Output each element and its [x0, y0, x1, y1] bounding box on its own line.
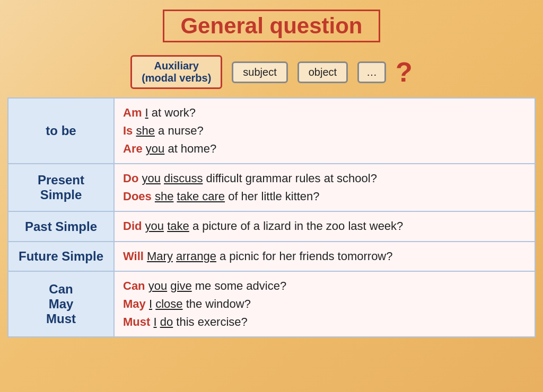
content-cell-to-be: Am I at work? Is she a nurse? Are you at… — [114, 98, 535, 164]
label-cell-to-be: to be — [8, 98, 114, 164]
formula-row: Auxiliary(modal verbs) subject object … … — [0, 48, 543, 94]
auxiliary-box: Auxiliary(modal verbs) — [130, 55, 222, 89]
label-cell-modal: CanMayMust — [8, 271, 114, 337]
dots-box: … — [357, 61, 386, 83]
object-box: object — [297, 61, 348, 83]
table-row: CanMayMust Can you give me some advice? … — [8, 271, 535, 337]
content-cell-past-simple: Did you take a picture of a lizard in th… — [114, 211, 535, 241]
grammar-table: to be Am I at work? Is she a nurse? Are … — [7, 97, 536, 337]
content-cell-present-simple: Do you discuss difficult grammar rules a… — [114, 164, 535, 211]
header: General question — [0, 0, 543, 48]
page-title: General question — [163, 10, 380, 42]
table-row: Past Simple Did you take a picture of a … — [8, 211, 535, 241]
table-row: to be Am I at work? Is she a nurse? Are … — [8, 98, 535, 164]
label-cell-past-simple: Past Simple — [8, 211, 114, 241]
content-cell-future-simple: Will Mary arrange a picnic for her frien… — [114, 242, 535, 271]
table-row: Future Simple Will Mary arrange a picnic… — [8, 242, 535, 271]
label-cell-future-simple: Future Simple — [8, 242, 114, 271]
label-cell-present-simple: Present Simple — [8, 164, 114, 211]
subject-box: subject — [232, 61, 287, 83]
content-cell-modal: Can you give me some advice? May I close… — [114, 271, 535, 337]
question-mark: ? — [396, 58, 413, 86]
table-row: Present Simple Do you discuss difficult … — [8, 164, 535, 211]
